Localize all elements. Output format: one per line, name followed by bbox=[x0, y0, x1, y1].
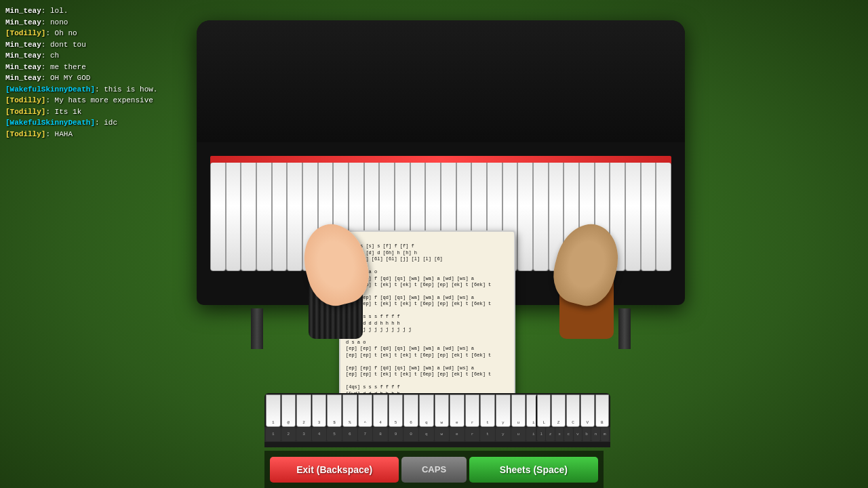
b-key-r[interactable]: r bbox=[465, 394, 480, 427]
chat-line: [Todilly]: Oh no bbox=[5, 28, 161, 39]
b-key-at[interactable]: @ bbox=[281, 394, 296, 427]
sheet-music-content: [6s] s [s] s [f] f [f] f [6d] d [d] d [6… bbox=[346, 237, 509, 410]
b-key-q[interactable]: q bbox=[419, 394, 434, 427]
piano-key-6[interactable] bbox=[287, 163, 302, 271]
note-cell-2: 2 bbox=[281, 428, 296, 441]
b-key-u[interactable]: u bbox=[511, 394, 526, 427]
b-key-percent[interactable]: % bbox=[342, 394, 357, 427]
chat-line: [Todilly]: HAHA bbox=[5, 129, 161, 140]
piano-leg-left bbox=[251, 308, 263, 349]
b-key-y[interactable]: y bbox=[496, 394, 511, 427]
rp-note-c: c bbox=[564, 428, 572, 441]
note-cell-3: 3 bbox=[296, 428, 311, 441]
chat-line: Min_teay: lol. bbox=[5, 5, 161, 17]
exit-button[interactable]: Exit (Backspace) bbox=[270, 457, 399, 483]
piano-key-21[interactable] bbox=[517, 163, 533, 271]
chat-line: Min_teay: nono bbox=[5, 17, 161, 28]
note-cell-e: e bbox=[450, 428, 465, 441]
b-key-6[interactable]: 6 bbox=[403, 394, 418, 427]
rp-key-z[interactable]: Z bbox=[551, 394, 565, 427]
chat-line: Min_teay: ch bbox=[5, 50, 161, 62]
b-key-t[interactable]: t bbox=[480, 394, 495, 427]
piano-key-29[interactable] bbox=[641, 163, 656, 271]
note-cell-0: 0 bbox=[403, 428, 418, 441]
b-key-5[interactable]: 5 bbox=[389, 394, 403, 427]
b-key-4[interactable]: 4 bbox=[373, 394, 388, 427]
note-cell-w: w bbox=[435, 428, 450, 441]
piano-key-4[interactable] bbox=[256, 163, 272, 271]
note-cell-1: 1 bbox=[266, 428, 281, 441]
chat-line: Min_teay: me there bbox=[5, 62, 161, 73]
note-cell-y: y bbox=[496, 428, 511, 441]
caps-button[interactable]: CAPS bbox=[401, 457, 466, 483]
piano-key-1[interactable] bbox=[210, 163, 226, 271]
note-cell-u: u bbox=[511, 428, 526, 441]
rp-note-x: x bbox=[555, 428, 564, 441]
piano-key-30[interactable] bbox=[656, 163, 671, 271]
piano-key-2[interactable] bbox=[226, 163, 241, 271]
note-cell-4: 4 bbox=[312, 428, 327, 441]
note-cell-6: 6 bbox=[342, 428, 357, 441]
piano-leg-right bbox=[618, 308, 631, 349]
chat-line: Min_teay: OH MY GOD bbox=[5, 73, 161, 84]
note-cell-7: 7 bbox=[358, 428, 373, 441]
chat-line: Min_teay: dont tou bbox=[5, 39, 161, 51]
piano-key-5[interactable] bbox=[272, 163, 288, 271]
note-cell-t: t bbox=[480, 428, 495, 441]
b-key-1[interactable]: 1 bbox=[266, 394, 281, 427]
note-cell-r: r bbox=[465, 428, 480, 441]
note-cell-9: 9 bbox=[389, 428, 403, 441]
note-cell-q: q bbox=[419, 428, 434, 441]
sheets-button[interactable]: Sheets (Space) bbox=[469, 457, 598, 483]
piano-lid bbox=[197, 20, 685, 142]
note-cell-5: 5 bbox=[327, 428, 342, 441]
rp-note-l: l bbox=[537, 428, 545, 441]
b-key-w[interactable]: w bbox=[435, 394, 450, 427]
rp-key-l[interactable]: L bbox=[537, 394, 551, 427]
bottom-action-bar: Exit (Backspace) CAPS Sheets (Space) bbox=[264, 451, 604, 488]
rp-key-b[interactable]: B bbox=[595, 394, 609, 427]
rp-key-c[interactable]: C bbox=[566, 394, 580, 427]
rp-note-z: z bbox=[546, 428, 554, 441]
chat-line: [WakefulSkinnyDeath]: idc bbox=[5, 117, 161, 129]
right-mini-piano: L Z C V B l z x c v b n m bbox=[536, 393, 610, 447]
b-key-caret[interactable]: ^ bbox=[358, 394, 373, 427]
b-key-e[interactable]: e bbox=[450, 394, 465, 427]
chat-line: [Todilly]: Its 1k bbox=[5, 106, 161, 118]
chat-panel: Min_teay: lol. Min_teay: nono [Todilly]:… bbox=[5, 5, 161, 140]
rp-key-v[interactable]: V bbox=[580, 394, 594, 427]
b-key-2[interactable]: 2 bbox=[296, 394, 311, 427]
piano-key-3[interactable] bbox=[241, 163, 256, 271]
b-key-3[interactable]: 3 bbox=[312, 394, 327, 427]
rp-note-m: m bbox=[601, 428, 609, 441]
piano-key-28[interactable] bbox=[625, 163, 641, 271]
b-key-dollar[interactable]: $ bbox=[327, 394, 342, 427]
rp-note-v: v bbox=[574, 428, 582, 441]
chat-line: [Todilly]: My hats more expensive bbox=[5, 95, 161, 106]
note-cell-8: 8 bbox=[373, 428, 388, 441]
piano-key-22[interactable] bbox=[533, 163, 549, 271]
rp-note-n: n bbox=[591, 428, 599, 441]
rp-note-b: b bbox=[583, 428, 591, 441]
chat-line: [WakefulSkinnyDeath]: this is how. bbox=[5, 84, 161, 96]
